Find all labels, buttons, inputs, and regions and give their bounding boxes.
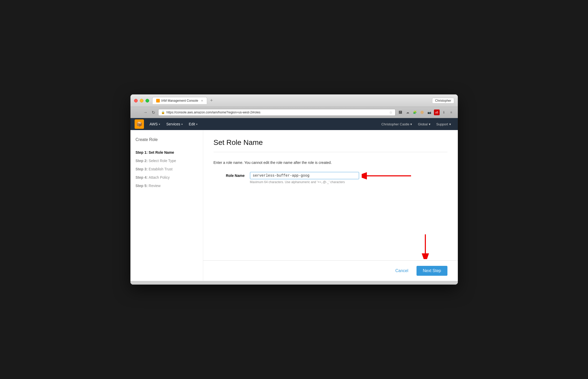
- browser-window: IAM Management Console ✕ + Christopher ←…: [130, 94, 458, 285]
- close-button[interactable]: [134, 99, 138, 102]
- role-name-input[interactable]: [250, 172, 359, 179]
- menu-icon[interactable]: ≡: [448, 110, 454, 115]
- step5-name: Review: [149, 184, 161, 188]
- aws-logo[interactable]: 📦: [135, 119, 144, 129]
- bookmark-icon[interactable]: ☆: [389, 110, 393, 114]
- tab-bar: IAM Management Console ✕ +: [152, 97, 429, 104]
- aws-logo-icon: 📦: [136, 121, 142, 127]
- services-caret: ▾: [181, 123, 183, 126]
- aws-brand[interactable]: AWS ▾: [147, 121, 163, 127]
- role-name-field-container: Maximum 64 characters. Use alphanumeric …: [250, 172, 359, 184]
- region-caret: ▾: [429, 122, 431, 126]
- step3-label: Step 3:: [136, 167, 149, 171]
- url-text: https://console.aws.amazon.com/iam/home?…: [167, 111, 388, 114]
- step2-label: Step 2:: [136, 159, 149, 163]
- support-caret: ▾: [449, 122, 451, 126]
- bottom-section: Cancel Next Step: [203, 214, 458, 281]
- role-name-label: Role Name: [214, 172, 245, 178]
- support-menu[interactable]: Support ▾: [434, 121, 454, 127]
- address-bar: ← → ↻ 🔒 https://console.aws.amazon.com/i…: [130, 107, 458, 118]
- sidebar-step-5[interactable]: Step 5: Review: [136, 182, 198, 190]
- input-arrow-annotation: [362, 169, 414, 183]
- next-step-button[interactable]: Next Step: [417, 266, 447, 276]
- pocket-icon[interactable]: 🅿: [398, 110, 403, 115]
- content-area: Set Role Name Enter a role name. You can…: [203, 130, 458, 214]
- section-divider: [214, 152, 447, 152]
- extension-icon-3[interactable]: 📷: [427, 110, 432, 115]
- aws-brand-caret: ▾: [159, 123, 160, 126]
- traffic-lights: [134, 99, 149, 102]
- new-tab-button[interactable]: +: [209, 98, 214, 103]
- extension-icon-1[interactable]: 🧩: [412, 110, 418, 115]
- user-label: Christopher Castle: [381, 122, 409, 126]
- nav-right: Christopher Castle ▾ Global ▾ Support ▾: [379, 121, 454, 127]
- edit-caret: ▾: [196, 123, 197, 126]
- tab-close-button[interactable]: ✕: [201, 99, 203, 102]
- sidebar: Create Role Step 1: Set Role Name Step 2…: [130, 130, 203, 281]
- description-text: Enter a role name. You cannot edit the r…: [214, 160, 447, 165]
- sidebar-step-3[interactable]: Step 3: Establish Trust: [136, 165, 198, 173]
- extension-icon-2[interactable]: 🔆: [419, 110, 425, 115]
- main-content: Create Role Step 1: Set Role Name Step 2…: [130, 130, 458, 281]
- maximize-button[interactable]: [146, 99, 149, 102]
- step1-name: Set Role Name: [149, 150, 174, 155]
- scrollbar[interactable]: [130, 281, 458, 285]
- url-bar[interactable]: 🔒 https://console.aws.amazon.com/iam/hom…: [158, 109, 395, 116]
- tab-favicon: [156, 99, 160, 102]
- region-menu[interactable]: Global ▾: [415, 121, 433, 127]
- form-row: Role Name Maximum 64 characters. Use alp…: [214, 172, 447, 184]
- services-label: Services: [166, 122, 180, 126]
- edit-label: Edit: [189, 122, 195, 126]
- cancel-button[interactable]: Cancel: [391, 266, 412, 275]
- back-button[interactable]: ←: [134, 110, 140, 115]
- content-wrapper: Set Role Name Enter a role name. You can…: [203, 130, 458, 281]
- title-bar: IAM Management Console ✕ + Christopher: [130, 94, 458, 107]
- info-icon[interactable]: ℹ: [441, 110, 447, 115]
- region-label: Global: [418, 122, 428, 126]
- bottom-bar: Cancel Next Step: [203, 260, 458, 281]
- edit-menu[interactable]: Edit ▾: [186, 121, 200, 127]
- next-step-arrow-annotation: [411, 233, 432, 260]
- step2-name: Select Role Type: [149, 159, 176, 163]
- page-title: Set Role Name: [214, 138, 447, 147]
- user-menu[interactable]: Christopher Castle ▾: [379, 121, 415, 127]
- tab-label: IAM Management Console: [161, 99, 198, 102]
- sidebar-title: Create Role: [136, 137, 198, 142]
- user-caret: ▾: [410, 122, 412, 126]
- hint-text: Maximum 64 characters. Use alphanumeric …: [250, 180, 359, 184]
- step4-name: Attach Policy: [149, 175, 170, 179]
- support-label: Support: [436, 122, 448, 126]
- extension-icon-4[interactable]: uB: [434, 110, 440, 115]
- forward-button[interactable]: →: [142, 110, 149, 115]
- ssl-icon: 🔒: [161, 111, 165, 114]
- step5-label: Step 5:: [136, 184, 149, 188]
- step1-label: Step 1:: [136, 150, 149, 155]
- refresh-button[interactable]: ↻: [151, 110, 156, 115]
- aws-navbar: 📦 AWS ▾ Services ▾ Edit ▾ Christopher Ca…: [130, 118, 458, 130]
- sidebar-step-1[interactable]: Step 1: Set Role Name: [136, 148, 198, 157]
- cloud-icon[interactable]: ☁: [405, 110, 411, 115]
- sidebar-step-2[interactable]: Step 2: Select Role Type: [136, 157, 198, 165]
- step3-name: Establish Trust: [149, 167, 173, 171]
- form-container: Role Name Maximum 64 characters. Use alp…: [214, 172, 447, 186]
- toolbar-icons: 🅿 ☁ 🧩 🔆 📷 uB ℹ ≡: [398, 110, 454, 115]
- sidebar-step-4[interactable]: Step 4: Attach Policy: [136, 173, 198, 182]
- services-menu[interactable]: Services ▾: [164, 121, 185, 127]
- step4-label: Step 4:: [136, 175, 149, 179]
- aws-brand-label: AWS: [150, 122, 158, 126]
- user-badge: Christopher: [432, 98, 454, 104]
- minimize-button[interactable]: [140, 99, 143, 102]
- browser-tab[interactable]: IAM Management Console ✕: [152, 97, 207, 104]
